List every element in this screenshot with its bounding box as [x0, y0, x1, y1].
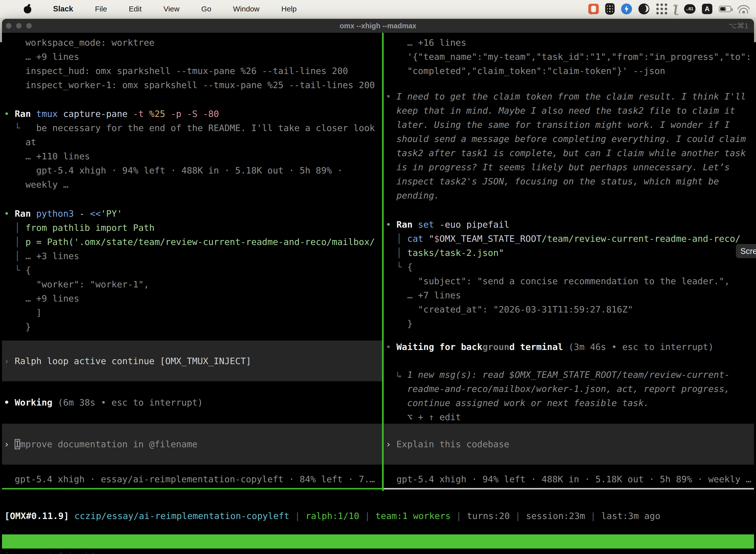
left-output-block: gpt-5.4 xhigh · essay/ai-reimplementatio… — [2, 472, 382, 486]
menu-item-view[interactable]: View — [164, 5, 179, 13]
terminal-line: inspect_hud: omx sparkshell --tmux-pane … — [4, 64, 382, 78]
right-prompt-input[interactable]: › Explain this codebase — [384, 424, 754, 465]
terminal-line: └ { — [4, 263, 382, 277]
terminal-line: • Ran set -euo pipefail — [386, 217, 754, 232]
terminal-line: ↳ 1 new msg(s): read $OMX_TEAM_STATE_ROO… — [386, 368, 754, 382]
screen-share-label: Scre — [740, 246, 756, 256]
terminal-line: › Improve documentation in @filename — [4, 437, 197, 451]
terminal-line: is in progress? It seems likely but perh… — [386, 160, 754, 174]
terminal-line: … +16 lines — [386, 36, 754, 50]
terminal-line: gpt-5.4 xhigh · 94% left · 488K in · 5.1… — [386, 472, 754, 486]
terminal-line: "worker": "worker-1", — [4, 277, 382, 291]
terminal-line: … +7 lines — [386, 288, 754, 302]
window-shortcut-hint: ⌥⌘1 — [729, 19, 749, 33]
terminal-line: › Explain this codebase — [386, 437, 509, 451]
terminal-line: … +9 lines — [4, 291, 382, 306]
terminal-line: ] — [4, 306, 382, 320]
right-output-block: • Waiting for background terminal (3m 46… — [384, 340, 754, 354]
terminal-window: omx --xhigh --madmax ⌥⌘1 workspace_mode:… — [2, 19, 754, 554]
apple-menu-icon[interactable] — [24, 4, 31, 13]
terminal-line: … +110 lines — [4, 149, 382, 163]
wifi-icon[interactable] — [738, 4, 750, 13]
right-output-block: … +16 lines '{"team_name":"my-team","tas… — [384, 36, 754, 78]
terminal-line: │ tasks/task-2.json" — [386, 246, 754, 260]
window-titlebar[interactable]: omx --xhigh --madmax ⌥⌘1 — [2, 19, 754, 33]
terminal-line: • Ran python3 - <<'PY' — [4, 207, 382, 221]
right-output-block: gpt-5.4 xhigh · 94% left · 488K in · 5.1… — [384, 472, 754, 486]
menu-items: FileEditViewGoWindowHelp — [95, 5, 297, 13]
menu-item-window[interactable]: Window — [233, 5, 260, 13]
terminal-line: └ { — [386, 260, 754, 274]
chat-icon[interactable] — [588, 4, 599, 14]
minimize-button[interactable] — [16, 23, 21, 29]
zoom-button[interactable] — [26, 23, 32, 29]
terminal-line: ⌥ + ↑ edit — [386, 410, 754, 425]
keyboard-a-label: A — [705, 5, 710, 13]
keyboard-a-icon[interactable]: A — [702, 4, 712, 14]
tmux-session-label: [omx-cczip0:bash* — [4, 549, 96, 554]
terminal-line: inspect_worker-1: omx sparkshell --tmux-… — [4, 78, 382, 92]
left-notice-bar: › Ralph loop active continue [OMX_TMUX_I… — [2, 340, 382, 381]
menu-app-name[interactable]: Slack — [53, 4, 73, 13]
menu-item-edit[interactable]: Edit — [129, 5, 142, 13]
dots-grid-icon[interactable] — [656, 3, 668, 15]
terminal-line: pending. — [386, 188, 754, 203]
terminal-line: └ be necessary for the end of the README… — [4, 121, 382, 135]
terminal-line: │ p = Path('.omx/state/team/review-curre… — [4, 235, 382, 249]
terminal-line: } — [4, 320, 382, 334]
battery-icon[interactable] — [719, 6, 731, 12]
terminal-line: continue assigned work or next feasible … — [386, 396, 754, 410]
keypad-icon[interactable] — [605, 3, 615, 15]
right-output-block: • I need to get the claim token from the… — [384, 89, 754, 203]
pane-divider[interactable] — [382, 33, 384, 491]
close-button[interactable] — [6, 23, 11, 29]
terminal-line: │ … +3 lines — [4, 249, 382, 263]
terminal-line: inspect task2's JSON, focusing on the st… — [386, 174, 754, 188]
terminal-line: keep that in mind. Maybe I also need the… — [386, 104, 754, 118]
terminal-line: weekly … — [4, 177, 382, 191]
terminal-line: "completed","claim_token":"claim-token"}… — [386, 64, 754, 78]
terminal-line: readme-and-reco/mailbox/worker-1.json, a… — [386, 382, 754, 396]
tmux-status-bar: [omx-cczip0:bash* "MacBook-Pro-44.local"… — [2, 535, 754, 549]
contrast-icon[interactable] — [638, 3, 649, 14]
terminal-line: "created_at": "2026-03-31T11:59:27.816Z" — [386, 302, 754, 317]
terminal-line: … +9 lines — [4, 50, 382, 64]
pane-left[interactable]: workspace_mode: worktree … +9 lines insp… — [2, 33, 382, 490]
terminal-line: at — [4, 135, 382, 149]
terminal-line: • Working (6m 38s • esc to interrupt) — [4, 395, 382, 409]
terminal-line: │ from pathlib import Path — [4, 221, 382, 235]
terminal-line: • Waiting for background terminal (3m 46… — [386, 340, 754, 354]
left-output-block: • Working (6m 38s • esc to interrupt) — [2, 395, 382, 409]
menu-item-help[interactable]: Help — [281, 5, 297, 13]
left-output-block: workspace_mode: worktree … +9 lines insp… — [2, 36, 382, 92]
terminal-line: task2 after task1 is complete, but can I… — [386, 146, 754, 160]
menu-item-go[interactable]: Go — [201, 5, 211, 13]
right-output-block: ↳ 1 new msg(s): read $OMX_TEAM_STATE_ROO… — [384, 368, 754, 425]
terminal-line: '{"team_name":"my-team","task_id":"1","f… — [386, 50, 754, 64]
terminal-line: } — [386, 317, 754, 331]
terminal-line: • I need to get the claim token from the… — [386, 89, 754, 104]
menu-item-file[interactable]: File — [95, 5, 107, 13]
menu-status-icons: ƪ..61A — [588, 0, 750, 18]
right-output-block: • Ran set -euo pipefail │ cat "$OMX_TEAM… — [384, 217, 754, 331]
hook-icon[interactable]: ƪ — [674, 3, 678, 15]
terminal-line: workspace_mode: worktree — [4, 36, 382, 50]
terminal-line: gpt-5.4 xhigh · essay/ai-reimplementatio… — [4, 472, 382, 486]
left-output-block: • Ran tmux capture-pane -t %25 -p -S -80… — [2, 107, 382, 191]
terminal-line: should send a message before completing … — [386, 132, 754, 146]
screen: { "menu_bar": { "app_name": "Slack", "it… — [0, 0, 756, 554]
terminal-line: later. Using the same for transition mig… — [386, 118, 754, 132]
pane-right[interactable]: … +16 lines '{"team_name":"my-team","tas… — [384, 33, 754, 490]
left-output-block: • Ran python3 - <<'PY' │ from pathlib im… — [2, 207, 382, 334]
terminal-line: gpt-5.4 xhigh · 94% left · 488K in · 5.1… — [4, 163, 382, 177]
bolt-icon[interactable] — [621, 3, 632, 14]
menu-bar: Slack FileEditViewGoWindowHelp ƪ..61A — [0, 0, 756, 18]
terminal-line: │ cat "$OMX_TEAM_STATE_ROOT/team/review-… — [386, 232, 754, 246]
terminal-line: • Ran tmux capture-pane -t %25 -p -S -80 — [4, 107, 382, 121]
counter-badge-icon[interactable]: ..61 — [684, 4, 695, 14]
left-prompt-input[interactable]: › Improve documentation in @filename — [2, 424, 382, 465]
omx-status-line: [OMX#0.11.9] cczip/essay/ai-reimplementa… — [4, 509, 660, 523]
counter-badge-label: ..61 — [686, 6, 693, 11]
terminal-line: › Ralph loop active continue [OMX_TMUX_I… — [4, 354, 251, 368]
screen-share-overlay[interactable]: Scre — [736, 244, 756, 258]
